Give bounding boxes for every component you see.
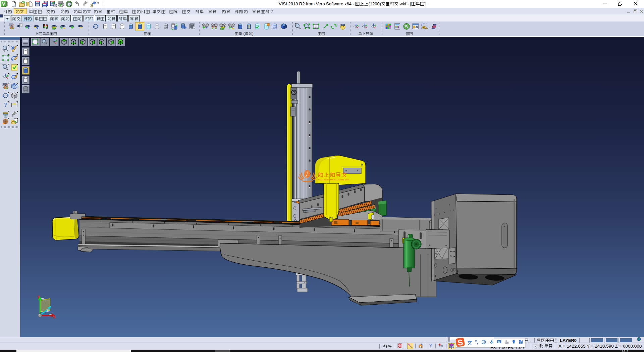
svg-text:Y: Y — [37, 295, 40, 300]
svg-text:X: X — [53, 315, 56, 319]
svg-text:Z: Z — [46, 308, 49, 312]
svg-text:7: 7 — [507, 342, 508, 344]
